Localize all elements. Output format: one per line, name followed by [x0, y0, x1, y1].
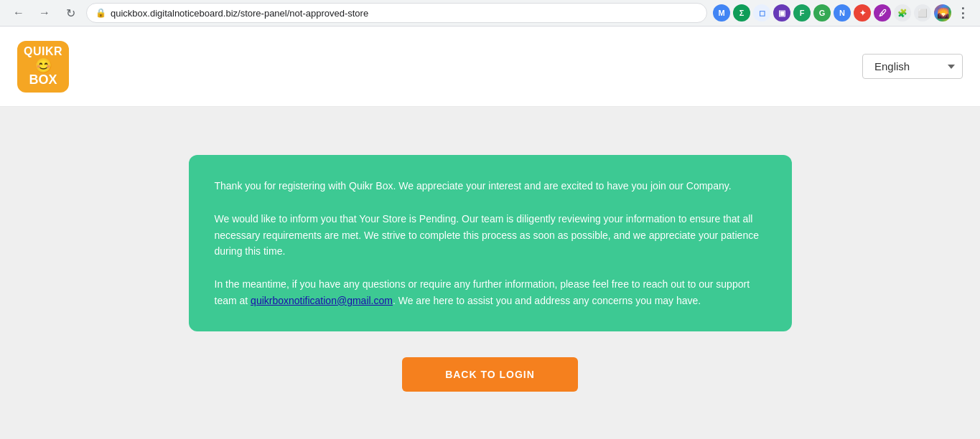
ext-icon-11[interactable]: ⬜: [914, 4, 931, 22]
ext-icon-1[interactable]: M: [713, 4, 730, 22]
support-email-link[interactable]: quikrboxnotification@gmail.com: [251, 295, 393, 306]
ext-icon-4[interactable]: ▣: [773, 4, 790, 22]
message-card: Thank you for registering with Quikr Box…: [189, 155, 792, 331]
app-header: QUIKR 😊 BOX English French Spanish Arabi…: [0, 27, 980, 107]
browser-toolbar: ← → ↻ 🔒 quickbox.digitalnoticeboard.biz/…: [0, 0, 980, 26]
language-selector[interactable]: English French Spanish Arabic: [862, 54, 963, 79]
ext-icon-8[interactable]: ✦: [854, 4, 871, 22]
browser-chrome: ← → ↻ 🔒 quickbox.digitalnoticeboard.biz/…: [0, 0, 980, 27]
ext-icon-10[interactable]: 🧩: [894, 4, 911, 22]
logo-top-text: QUIKR: [24, 45, 62, 58]
ext-icon-5[interactable]: F: [793, 4, 811, 22]
reload-button[interactable]: ↻: [60, 3, 80, 23]
forward-button[interactable]: →: [34, 3, 55, 23]
logo-box: QUIKR 😊 BOX: [17, 41, 69, 93]
address-bar[interactable]: 🔒 quickbox.digitalnoticeboard.biz/store-…: [86, 3, 707, 23]
lock-icon: 🔒: [95, 8, 106, 18]
ext-icon-7[interactable]: N: [834, 4, 851, 22]
back-to-login-button[interactable]: BACK TO LOGIN: [402, 357, 578, 392]
logo-container: QUIKR 😊 BOX: [17, 41, 69, 93]
url-text: quickbox.digitalnoticeboard.biz/store-pa…: [111, 8, 368, 19]
logo-face: 😊: [34, 57, 52, 73]
ext-icon-2[interactable]: Σ: [733, 4, 750, 22]
message-paragraph-2: We would like to inform you that Your St…: [215, 211, 766, 259]
browser-extensions: M Σ ◻ ▣ F G N ✦ 🖊 🧩 ⬜ 🌄 ⋮: [713, 4, 971, 22]
ext-icon-3[interactable]: ◻: [753, 4, 770, 22]
menu-button[interactable]: ⋮: [954, 4, 971, 22]
profile-avatar[interactable]: 🌄: [934, 4, 951, 22]
ext-icon-9[interactable]: 🖊: [874, 4, 891, 22]
app-wrapper: QUIKR 😊 BOX English French Spanish Arabi…: [0, 27, 980, 439]
paragraph3-after-email: . We are here to assist you and address …: [393, 295, 701, 306]
main-content: Thank you for registering with Quikr Box…: [0, 107, 980, 439]
ext-icon-6[interactable]: G: [813, 4, 831, 22]
back-button[interactable]: ←: [9, 3, 29, 23]
message-paragraph-3: In the meantime, if you have any questio…: [215, 276, 766, 308]
logo-bottom-text: BOX: [29, 73, 57, 88]
message-paragraph-1: Thank you for registering with Quikr Box…: [215, 178, 766, 194]
